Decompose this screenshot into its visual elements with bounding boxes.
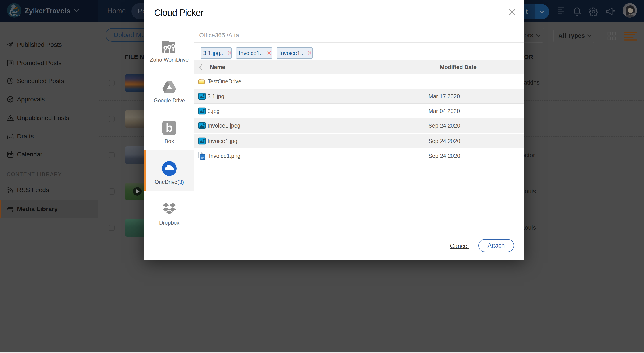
svg-text:b: b — [166, 121, 173, 134]
svg-text:Travels: Travels — [9, 13, 20, 16]
